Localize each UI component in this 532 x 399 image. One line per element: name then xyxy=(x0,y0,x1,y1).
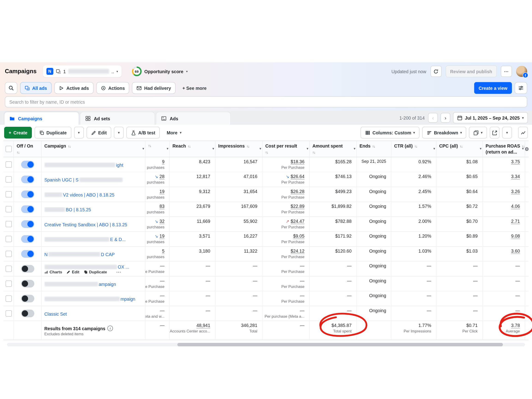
row-checkbox[interactable] xyxy=(5,296,12,302)
duplicate-button[interactable]: Duplicate xyxy=(35,127,71,139)
prev-page-button[interactable]: ‹ xyxy=(428,113,438,123)
column-off-on[interactable]: Off / On↑↓ xyxy=(14,141,42,157)
row-checkbox[interactable] xyxy=(5,280,12,287)
chevron-down-icon[interactable]: ▾ xyxy=(260,147,261,151)
chart-line-icon xyxy=(520,130,526,135)
column-amount-spent[interactable]: Amount spent↑↓▾ xyxy=(310,141,357,157)
row-checkbox[interactable] xyxy=(5,176,12,183)
see-more-filters-button[interactable]: + See more xyxy=(178,82,211,94)
campaign-toggle[interactable] xyxy=(21,295,34,303)
column-results-partial[interactable]: ↑↓▾ xyxy=(146,141,170,157)
view-settings-button[interactable] xyxy=(515,82,527,94)
reports-button[interactable]: ▾ xyxy=(469,127,487,139)
tab-campaigns[interactable]: Campaigns xyxy=(4,112,79,125)
campaign-name-link[interactable]: D CAP xyxy=(101,252,115,257)
scrollbar-thumb[interactable] xyxy=(177,343,503,346)
column-cost-per-result[interactable]: Cost per result↑↓▾ xyxy=(263,141,310,157)
row-checkbox[interactable] xyxy=(5,266,12,272)
campaign-name-link[interactable]: E & D... xyxy=(110,237,126,242)
duplicate-caret-button[interactable]: ▾ xyxy=(74,127,84,139)
campaign-toggle[interactable] xyxy=(21,265,34,273)
row-checkbox[interactable] xyxy=(5,310,12,317)
refresh-button[interactable] xyxy=(431,66,442,77)
column-cpc[interactable]: CPC (all)↑↓▾ xyxy=(437,141,483,157)
columns-button[interactable]: Columns: Custom▾ xyxy=(361,127,419,139)
row-charts-button[interactable]: Charts xyxy=(44,270,62,274)
column-impressions[interactable]: Impressions↑↓▾ xyxy=(215,141,263,157)
row-more-button[interactable]: ··· xyxy=(116,270,121,274)
filter-had-delivery[interactable]: Had delivery xyxy=(132,82,176,94)
opportunity-score[interactable]: 69 Opportunity score ▾ xyxy=(132,66,188,76)
chevron-down-icon[interactable]: ▾ xyxy=(307,147,308,151)
ab-test-button[interactable]: A/B test xyxy=(127,127,160,139)
campaign-name-link[interactable]: mpaign xyxy=(120,296,135,302)
chevron-down-icon[interactable]: ▾ xyxy=(433,147,435,151)
columns-icon xyxy=(365,130,371,135)
next-page-button[interactable]: › xyxy=(441,113,450,123)
chevron-down-icon[interactable]: ▾ xyxy=(480,147,481,151)
tab-ads[interactable]: Ads xyxy=(156,112,231,125)
row-checkbox[interactable] xyxy=(5,236,12,242)
more-actions-button[interactable]: More▾ xyxy=(163,127,186,139)
campaign-toggle[interactable] xyxy=(21,220,34,228)
export-button[interactable] xyxy=(490,127,500,139)
campaign-toggle[interactable] xyxy=(21,176,34,183)
column-reach[interactable]: Reach↑↓▾ xyxy=(170,141,215,157)
charts-panel-button[interactable] xyxy=(518,127,528,139)
chevron-down-icon[interactable]: ▾ xyxy=(142,147,144,151)
campaign-toggle[interactable] xyxy=(21,235,34,243)
table-cell: —ite Purchase xyxy=(146,276,170,291)
row-checkbox[interactable] xyxy=(5,161,12,168)
campaign-toggle[interactable] xyxy=(21,205,34,213)
column-campaign[interactable]: Campaign↑↓▾ xyxy=(42,141,146,157)
filter-actions[interactable]: Actions xyxy=(96,82,130,94)
breakdown-button[interactable]: Breakdown▾ xyxy=(422,127,466,139)
tab-ad-sets[interactable]: Ad sets xyxy=(80,112,155,125)
row-duplicate-button[interactable]: Duplicate xyxy=(84,270,107,274)
search-input[interactable] xyxy=(5,96,527,107)
info-icon[interactable]: i xyxy=(107,326,113,331)
avatar[interactable]: f xyxy=(516,66,527,77)
chevron-down-icon[interactable]: ▾ xyxy=(212,147,214,151)
edit-button[interactable]: Edit xyxy=(86,127,111,139)
edit-caret-button[interactable]: ▾ xyxy=(114,127,124,139)
row-edit-button[interactable]: Edit xyxy=(67,270,79,274)
campaign-toggle[interactable] xyxy=(21,190,34,198)
create-view-button[interactable]: Create a view xyxy=(474,82,512,94)
row-checkbox[interactable] xyxy=(5,221,12,227)
search-filter-button[interactable] xyxy=(5,82,17,94)
column-ends[interactable]: Ends↑↓ xyxy=(357,141,391,157)
campaign-toggle[interactable] xyxy=(21,280,34,287)
campaign-name-link[interactable]: N xyxy=(44,252,48,257)
chevron-down-icon[interactable]: ▾ xyxy=(167,147,168,151)
column-purchase-roas[interactable]: Purchase ROAS↑↓(return on ad...▾ xyxy=(483,141,525,157)
select-all-checkbox[interactable] xyxy=(5,146,12,152)
row-checkbox[interactable] xyxy=(5,206,12,212)
campaign-name-link[interactable]: V2 videos | ABO | 8.18.25 xyxy=(63,192,114,197)
campaign-name-link[interactable]: OX ... xyxy=(118,264,129,270)
campaign-name-link[interactable]: Classic Set xyxy=(44,311,67,317)
campaign-toggle[interactable] xyxy=(21,250,34,258)
column-ctr[interactable]: CTR (all)↑↓▾ xyxy=(391,141,437,157)
filter-all-ads[interactable]: All ads xyxy=(20,82,51,94)
row-checkbox[interactable] xyxy=(5,191,12,197)
campaign-name-link[interactable]: ight xyxy=(116,162,123,168)
chevron-down-icon[interactable]: ▾ xyxy=(354,147,355,151)
more-options-button[interactable]: ··· xyxy=(501,66,512,77)
create-button[interactable]: +Create xyxy=(4,127,32,139)
campaign-name-link[interactable]: BO | 8.15.25 xyxy=(66,207,91,212)
campaign-name-link[interactable]: ampaign xyxy=(99,281,116,287)
campaign-toggle[interactable] xyxy=(21,310,34,317)
account-selector[interactable]: N 1 .. ▾ xyxy=(43,66,121,77)
campaign-toggle[interactable] xyxy=(21,161,34,168)
filter-active-ads[interactable]: Active ads xyxy=(54,82,94,94)
horizontal-scrollbar[interactable] xyxy=(7,343,525,346)
review-publish-button[interactable]: Review and publish xyxy=(446,66,497,77)
column-settings-icon[interactable]: ⚙ xyxy=(525,146,529,152)
chevron-down-icon[interactable]: ▾ xyxy=(522,147,524,151)
row-checkbox[interactable] xyxy=(5,251,12,257)
campaign-name-link[interactable]: Creative Testing Sandbox | ABO | 8.13.25 xyxy=(44,222,127,227)
date-range-picker[interactable]: Jul 1, 2025 – Sep 24, 2025 ▾ xyxy=(453,112,528,123)
campaign-name-link[interactable]: Spanish UGC | S xyxy=(44,177,78,182)
export-caret-button[interactable]: ▾ xyxy=(502,127,512,139)
